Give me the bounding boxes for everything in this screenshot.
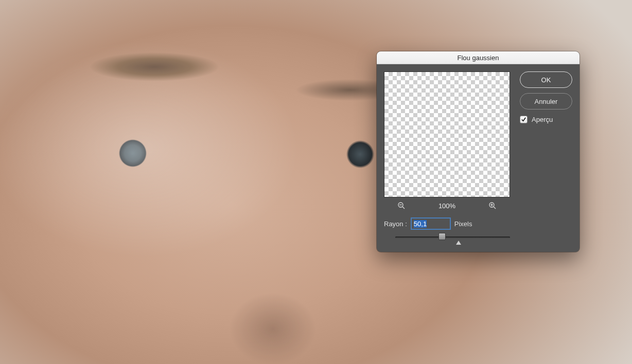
radius-label: Rayon : — [384, 220, 407, 228]
cancel-button[interactable]: Annuler — [520, 93, 572, 110]
radius-slider[interactable] — [395, 231, 510, 243]
dialog-titlebar[interactable]: Flou gaussien — [377, 51, 580, 64]
zoom-level: 100% — [438, 202, 455, 210]
svg-line-1 — [402, 207, 405, 209]
preview-pane[interactable] — [384, 71, 510, 197]
gaussian-blur-dialog: Flou gaussien 100% — [377, 51, 580, 252]
dialog-title: Flou gaussien — [458, 54, 499, 62]
slider-default-marker — [456, 241, 461, 245]
slider-thumb[interactable] — [438, 233, 446, 240]
zoom-out-icon[interactable] — [397, 202, 406, 210]
ok-button[interactable]: OK — [520, 71, 572, 88]
slider-track — [395, 236, 510, 238]
radius-input[interactable] — [411, 218, 450, 229]
radius-unit: Pixels — [454, 220, 472, 228]
preview-label: Aperçu — [532, 116, 553, 123]
zoom-in-icon[interactable] — [488, 202, 497, 210]
svg-line-4 — [494, 207, 496, 209]
check-icon — [521, 117, 526, 122]
preview-checkbox[interactable] — [520, 116, 528, 123]
